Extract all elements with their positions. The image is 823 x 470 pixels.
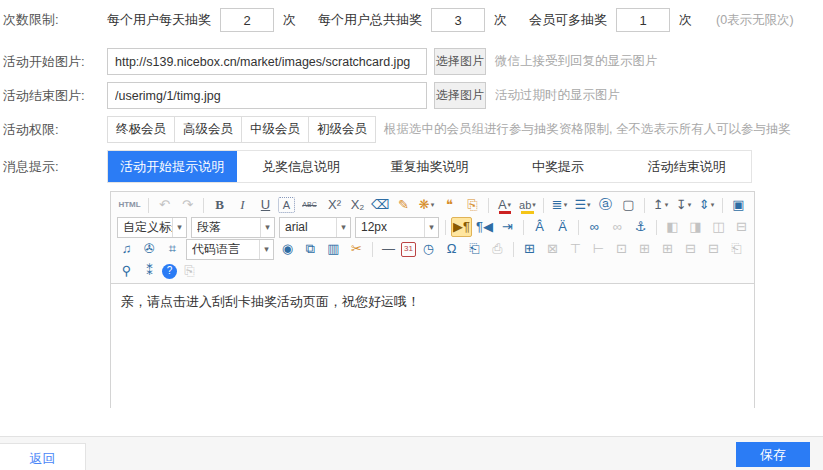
music-icon[interactable]: ♫ <box>116 239 137 259</box>
bold-icon[interactable]: B <box>209 195 230 215</box>
message-tabs-row: 消息提示: 活动开始提示说明兑奖信息说明重复抽奖说明中奖提示活动结束说明 <box>3 150 823 183</box>
html-source-icon[interactable]: HTML <box>116 195 143 215</box>
attachment-icon[interactable]: ✇ <box>139 239 160 259</box>
image-align-right-icon: ⊟ <box>731 217 750 237</box>
unordered-list-icon[interactable]: ☰▾ <box>572 195 593 215</box>
subscript-icon[interactable]: X₂ <box>347 195 368 215</box>
font-color-icon[interactable]: A▾ <box>494 195 515 215</box>
member-extra-unit: 次 <box>679 11 692 29</box>
start-image-label: 活动开始图片: <box>3 53 107 71</box>
insert-date-icon[interactable]: 31 <box>401 242 416 257</box>
chevron-down-icon: ▾ <box>508 195 512 215</box>
chevron-down-icon: ▾ <box>431 195 435 215</box>
member-option-button[interactable]: 终极会员 <box>107 116 175 143</box>
save-button[interactable]: 保存 <box>736 442 810 467</box>
message-tab[interactable]: 中奖提示 <box>494 151 623 182</box>
message-tabs: 活动开始提示说明兑奖信息说明重复抽奖说明中奖提示活动结束说明 <box>107 150 752 183</box>
snapshot-icon[interactable]: ✂ <box>346 239 367 259</box>
anchor-icon[interactable]: ⚓ <box>630 217 651 237</box>
font-size-select[interactable]: 12px▾ <box>355 217 439 238</box>
indent-icon[interactable]: ⇥ <box>497 217 518 237</box>
toolbar-separator <box>523 220 524 235</box>
auto-typeset-icon[interactable]: ❋▾ <box>416 195 437 215</box>
insert-table-icon[interactable]: ⊞ <box>519 239 540 259</box>
message-tab[interactable]: 活动开始提示说明 <box>108 151 237 182</box>
word-image-icon[interactable]: ⎗ <box>464 239 485 259</box>
paragraph-select[interactable]: 段落▾ <box>191 217 275 238</box>
per-day-input[interactable] <box>220 8 274 32</box>
member-option-button[interactable]: 高级会员 <box>174 116 242 143</box>
insert-title-row-icon: ⊤ <box>565 239 586 259</box>
line-spacing-icon[interactable]: ⇕▾ <box>696 195 717 215</box>
underline-icon[interactable]: U <box>255 195 276 215</box>
delete-row-icon: ⊟ <box>680 239 701 259</box>
remove-format-icon[interactable]: ⌫ <box>370 195 391 215</box>
end-image-input[interactable] <box>107 82 427 109</box>
toolbar-separator <box>722 198 723 213</box>
horizontal-rule-icon[interactable]: — <box>378 239 399 259</box>
fullscreen-icon[interactable]: ▣ <box>728 195 749 215</box>
end-image-pick-button[interactable]: 选择图片 <box>434 82 486 109</box>
back-button[interactable]: 返回 <box>0 443 86 470</box>
italic-icon[interactable]: I <box>232 195 253 215</box>
font-family-select[interactable]: arial▾ <box>279 217 351 238</box>
strikethrough-icon[interactable]: ABC <box>297 195 322 215</box>
map-icon[interactable]: ◉ <box>277 239 298 259</box>
total-input[interactable] <box>431 8 485 32</box>
edit-code-icon[interactable]: ⌗ <box>162 239 183 259</box>
message-tab[interactable]: 兑奖信息说明 <box>237 151 366 182</box>
help-icon[interactable]: ? <box>162 264 177 279</box>
special-char-icon[interactable]: Ω <box>441 239 462 259</box>
start-image-input[interactable] <box>107 48 427 75</box>
columns-icon[interactable]: ▥ <box>323 239 344 259</box>
link-icon[interactable]: ∞ <box>584 217 605 237</box>
insert-time-icon[interactable]: ◷ <box>418 239 439 259</box>
image-align-none-icon: ◧ <box>662 217 683 237</box>
font-border-icon[interactable]: A <box>278 197 295 213</box>
new-page-icon[interactable]: ▢ <box>618 195 639 215</box>
rtl-paragraph-icon[interactable]: ¶◀ <box>474 217 495 237</box>
message-tab[interactable]: 重复抽奖说明 <box>365 151 494 182</box>
start-image-pick-button[interactable]: 选择图片 <box>434 48 486 75</box>
blockquote-icon[interactable]: ❝ <box>439 195 460 215</box>
image-align-left-icon: ◨ <box>685 217 706 237</box>
inline-anchor-icon[interactable]: ⓐ <box>595 195 616 215</box>
paragraph-space-bottom-icon[interactable]: ↧▾ <box>673 195 694 215</box>
paste-filter-icon[interactable]: ⎘ <box>462 195 483 215</box>
editor-content[interactable]: 亲，请点击进入刮刮卡抽奖活动页面，祝您好运哦！ <box>111 284 754 408</box>
ltr-paragraph-icon[interactable]: ▶¶ <box>451 217 472 237</box>
ordered-list-icon[interactable]: ≣▾ <box>549 195 570 215</box>
preview-icon[interactable]: ⚲ <box>116 261 137 281</box>
toolbar-separator <box>644 198 645 213</box>
delete-col-icon: ⊟ <box>703 239 724 259</box>
toolbar-separator <box>148 198 149 213</box>
redo-icon: ↷ <box>177 195 198 215</box>
chevron-down-icon: ▾ <box>532 195 536 215</box>
lowercase-icon[interactable]: Ä <box>552 217 573 237</box>
highlight-color-icon[interactable]: ab▾ <box>517 195 538 215</box>
message-tab[interactable]: 活动结束说明 <box>622 151 751 182</box>
toolbar-separator <box>445 220 446 235</box>
unlink-icon: ∞ <box>607 217 628 237</box>
permission-hint: 根据选中的会员组进行参与抽奖资格限制, 全不选表示所有人可以参与抽奖 <box>384 121 791 138</box>
pagebreak-icon[interactable]: ⧉ <box>300 239 321 259</box>
member-extra-input[interactable] <box>616 8 670 32</box>
custom-title-select[interactable]: 自定义标题▾ <box>117 217 187 238</box>
superscript-icon[interactable]: X² <box>324 195 345 215</box>
code-language-select[interactable]: 代码语言▾ <box>186 239 274 260</box>
toolbar-separator <box>488 198 489 213</box>
find-replace-icon[interactable]: ⁑ <box>139 261 160 281</box>
rich-text-editor: HTML↶↷BIUAABCX²X₂⌫✎❋▾❝⎘A▾ab▾≣▾☰▾ⓐ▢↥▾↧▾⇕▾… <box>110 191 755 408</box>
paragraph-space-top-icon[interactable]: ↥▾ <box>650 195 671 215</box>
limits-fields: 每个用户每天抽奖 次 每个用户总共抽奖 次 会员可多抽奖 次 (0表示无限次) <box>107 8 794 32</box>
insert-col-icon: ⊞ <box>657 239 678 259</box>
per-day-unit: 次 <box>283 11 296 29</box>
merge-cells-icon: ⊡ <box>611 239 632 259</box>
member-option-button[interactable]: 初级会员 <box>308 116 376 143</box>
permission-row: 活动权限: 终极会员高级会员中级会员初级会员 根据选中的会员组进行参与抽奖资格限… <box>3 116 823 143</box>
uppercase-icon[interactable]: Â <box>529 217 550 237</box>
member-option-button[interactable]: 中级会员 <box>241 116 309 143</box>
chevron-down-icon: ▾ <box>336 218 350 237</box>
format-painter-icon[interactable]: ✎ <box>393 195 414 215</box>
member-extra-label: 会员可多抽奖 <box>529 11 607 29</box>
